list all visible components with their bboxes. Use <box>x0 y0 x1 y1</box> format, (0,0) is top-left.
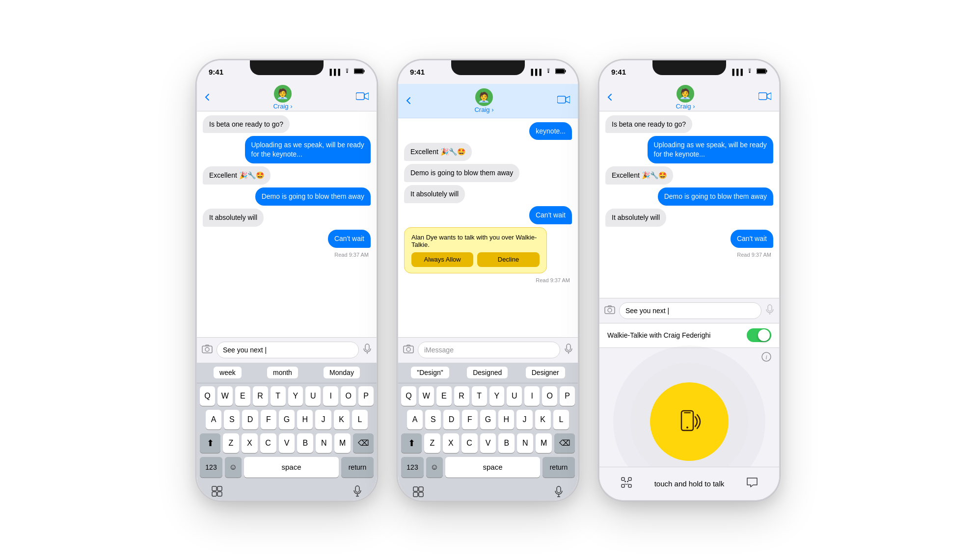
key-g2[interactable]: G <box>480 410 496 429</box>
back-button-3[interactable] <box>607 93 612 101</box>
key-123[interactable]: 123 <box>200 457 222 478</box>
key-n[interactable]: N <box>316 433 332 453</box>
microphone-icon-2[interactable] <box>554 486 563 500</box>
key-j[interactable]: J <box>315 410 331 429</box>
key-b[interactable]: B <box>297 433 313 453</box>
key-delete2[interactable]: ⌫ <box>554 433 575 453</box>
autocomplete-item[interactable]: week <box>214 367 242 378</box>
key-k[interactable]: K <box>334 410 350 429</box>
key-q2[interactable]: Q <box>401 386 416 406</box>
audio-icon-2[interactable] <box>564 344 573 356</box>
key-return2[interactable]: return <box>542 457 575 478</box>
key-return[interactable]: return <box>341 457 374 478</box>
key-m[interactable]: M <box>334 433 351 453</box>
message-bubble[interactable]: It absolutely will <box>605 209 666 227</box>
video-button-3[interactable] <box>759 91 771 104</box>
key-y2[interactable]: Y <box>489 386 505 406</box>
message-bubble[interactable]: Is beta one ready to go? <box>203 115 290 133</box>
wt-allow-button[interactable]: Always Allow <box>411 252 473 267</box>
key-delete[interactable]: ⌫ <box>353 433 374 453</box>
message-bubble[interactable]: Uploading as we speak, will be ready for… <box>648 136 774 163</box>
key-123-2[interactable]: 123 <box>401 457 424 478</box>
key-z2[interactable]: Z <box>424 433 440 453</box>
wt-decline-button[interactable]: Decline <box>477 252 539 267</box>
back-button-2[interactable] <box>406 97 411 105</box>
autocomplete-item[interactable]: "Design" <box>411 367 449 378</box>
appstore-icon-1[interactable] <box>212 486 222 500</box>
appstore-icon-2[interactable] <box>413 486 424 499</box>
key-d[interactable]: D <box>242 410 258 429</box>
key-z[interactable]: Z <box>223 433 239 453</box>
message-bubble[interactable]: It absolutely will <box>404 185 465 203</box>
message-input-2[interactable]: iMessage <box>418 342 560 358</box>
key-b2[interactable]: B <box>498 433 515 453</box>
key-y[interactable]: Y <box>288 386 303 406</box>
key-e2[interactable]: E <box>436 386 452 406</box>
message-bubble[interactable]: Uploading as we speak, will be ready for… <box>245 136 371 163</box>
key-v2[interactable]: V <box>480 433 496 453</box>
wt-toggle-switch[interactable] <box>747 328 771 342</box>
key-s2[interactable]: S <box>425 410 441 429</box>
key-s[interactable]: S <box>224 410 240 429</box>
video-button-2[interactable] <box>557 94 570 107</box>
key-k2[interactable]: K <box>535 410 551 429</box>
camera-icon-1[interactable] <box>202 344 213 356</box>
key-t[interactable]: T <box>271 386 286 406</box>
key-t2[interactable]: T <box>472 386 487 406</box>
message-bubble[interactable]: Excellent 🎉🔧🤩 <box>404 143 472 161</box>
message-bubble[interactable]: Is beta one ready to go? <box>605 115 692 133</box>
message-bubble[interactable]: keynote... <box>529 122 572 140</box>
key-u2[interactable]: U <box>507 386 522 406</box>
key-f[interactable]: F <box>261 410 276 429</box>
message-bubble[interactable]: Can't wait <box>328 230 371 248</box>
key-h2[interactable]: H <box>498 410 514 429</box>
key-n2[interactable]: N <box>517 433 533 453</box>
message-bubble[interactable]: Can't wait <box>529 206 572 224</box>
microphone-icon-1[interactable] <box>353 485 362 500</box>
key-m2[interactable]: M <box>536 433 552 453</box>
camera-icon-3[interactable] <box>604 305 615 316</box>
key-p[interactable]: P <box>358 386 374 406</box>
key-a2[interactable]: A <box>407 410 423 429</box>
key-v[interactable]: V <box>279 433 295 453</box>
key-q[interactable]: Q <box>200 386 215 406</box>
key-x2[interactable]: X <box>443 433 459 453</box>
message-bubble[interactable]: Excellent 🎉🔧🤩 <box>605 166 673 185</box>
key-l2[interactable]: L <box>553 410 569 429</box>
key-x[interactable]: X <box>242 433 258 453</box>
audio-icon-3[interactable] <box>765 304 774 317</box>
message-bubble[interactable]: Can't wait <box>731 230 773 248</box>
nav-center-1[interactable]: 🧑‍💼 Craig › <box>273 85 292 110</box>
key-o2[interactable]: O <box>542 386 557 406</box>
autocomplete-item[interactable]: month <box>267 367 298 378</box>
message-bubble[interactable]: Demo is going to blow them away <box>658 187 773 206</box>
message-bubble[interactable]: Demo is going to blow them away <box>255 187 371 206</box>
video-button-1[interactable] <box>356 91 369 104</box>
message-bubble[interactable]: It absolutely will <box>203 209 264 227</box>
key-space2[interactable]: space <box>445 457 540 478</box>
autocomplete-item[interactable]: Designed <box>467 367 508 378</box>
message-bubble[interactable]: Excellent 🎉🔧🤩 <box>203 166 271 185</box>
key-f2[interactable]: F <box>462 410 478 429</box>
face-id-icon[interactable] <box>621 477 632 490</box>
message-input-3[interactable]: See you next | <box>619 302 761 319</box>
key-shift2[interactable]: ⬆ <box>401 433 422 453</box>
key-i[interactable]: I <box>323 386 338 406</box>
key-emoji[interactable]: ☺ <box>225 457 242 478</box>
key-i2[interactable]: I <box>524 386 540 406</box>
key-w2[interactable]: W <box>419 386 434 406</box>
camera-icon-2[interactable] <box>403 345 414 355</box>
key-emoji2[interactable]: ☺ <box>426 457 443 478</box>
key-l[interactable]: L <box>352 410 368 429</box>
message-bubble[interactable]: Demo is going to blow them away <box>404 164 519 182</box>
key-c2[interactable]: C <box>461 433 478 453</box>
key-w[interactable]: W <box>217 386 233 406</box>
nav-center-3[interactable]: 🧑‍💼 Craig › <box>676 85 695 110</box>
wt-talk-button[interactable] <box>650 382 729 461</box>
autocomplete-item[interactable]: Monday <box>324 367 360 378</box>
key-o[interactable]: O <box>341 386 356 406</box>
back-button-1[interactable] <box>205 93 210 101</box>
nav-center-2[interactable]: 🧑‍💼 Craig › <box>474 88 493 113</box>
key-shift[interactable]: ⬆ <box>200 433 220 453</box>
key-d2[interactable]: D <box>443 410 459 429</box>
